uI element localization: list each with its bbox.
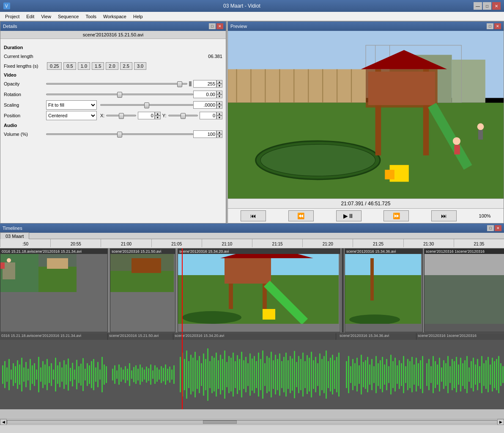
volume-down[interactable]: ▼ xyxy=(216,134,222,138)
svg-rect-164 xyxy=(226,362,227,387)
menu-project[interactable]: Project xyxy=(2,13,23,20)
opacity-up[interactable]: ▲ xyxy=(216,80,222,84)
svg-rect-261 xyxy=(439,358,440,392)
menu-workspace[interactable]: Workspace xyxy=(100,13,130,20)
pos-x-up[interactable]: ▲ xyxy=(155,112,161,116)
fixed-len-2.0[interactable]: 2.0 xyxy=(106,62,118,70)
svg-rect-77 xyxy=(34,363,35,386)
svg-rect-233 xyxy=(378,363,379,386)
fixed-len-0.25[interactable]: 0.25 xyxy=(47,62,62,70)
svg-rect-98 xyxy=(78,366,79,383)
svg-rect-282 xyxy=(483,363,485,386)
menu-sequence[interactable]: Sequence xyxy=(55,13,82,20)
fixed-len-1.0[interactable]: 1.0 xyxy=(78,62,90,70)
position-y-thumb[interactable] xyxy=(181,113,186,119)
svg-rect-186 xyxy=(273,360,274,389)
scroll-left-button[interactable]: ◀ xyxy=(0,419,7,425)
scaling-slider[interactable] xyxy=(100,101,193,109)
svg-rect-252 xyxy=(418,363,419,386)
fixed-len-3.0[interactable]: 3.0 xyxy=(134,62,146,70)
svg-rect-226 xyxy=(363,362,364,387)
svg-rect-224 xyxy=(359,365,360,384)
next-frame-button[interactable]: ⏩ xyxy=(383,210,409,221)
scaling-input[interactable] xyxy=(193,101,216,109)
details-maximize-button[interactable]: □ xyxy=(209,23,216,29)
ruler-mark-0: :50 xyxy=(0,239,50,247)
svg-rect-69 xyxy=(17,360,18,389)
menu-view[interactable]: View xyxy=(38,13,55,20)
opacity-input[interactable] xyxy=(193,80,216,88)
video-clip-5[interactable]: scene'20120316 1scene'20120316 xyxy=(424,248,504,332)
position-x-spin[interactable]: ▲ ▼ xyxy=(155,112,161,119)
svg-rect-173 xyxy=(245,357,247,392)
opacity-spin[interactable]: ▲ ▼ xyxy=(216,80,222,88)
preview-maximize-button[interactable]: □ xyxy=(487,23,493,29)
volume-slider[interactable] xyxy=(46,130,193,138)
svg-rect-272 xyxy=(462,363,463,386)
position-y-slider[interactable] xyxy=(168,112,198,119)
preview-close-button[interactable]: ✕ xyxy=(494,23,501,29)
opacity-thumb[interactable] xyxy=(177,81,182,87)
scrollbar-thumb[interactable] xyxy=(203,420,237,424)
play-pause-button[interactable]: ▶⏸ xyxy=(336,210,362,221)
position-y-input[interactable] xyxy=(200,112,216,119)
scaling-thumb[interactable] xyxy=(144,102,149,108)
opacity-slider[interactable] xyxy=(46,80,187,88)
prev-frame-button[interactable]: ⏪ xyxy=(288,210,314,221)
pos-x-down[interactable]: ▼ xyxy=(155,116,161,119)
volume-thumb[interactable] xyxy=(117,132,122,138)
timeline-horizontal-scrollbar[interactable]: ◀ ▶ xyxy=(0,419,504,425)
svg-rect-247 xyxy=(407,359,408,390)
scroll-right-button[interactable]: ▶ xyxy=(497,419,504,425)
details-close-button[interactable]: ✕ xyxy=(216,23,223,29)
rotation-slider[interactable] xyxy=(46,91,193,98)
video-clip-4[interactable]: scene'20120316 15.34.36.avi xyxy=(345,248,423,332)
fixed-len-1.5[interactable]: 1.5 xyxy=(92,62,104,70)
pos-y-down[interactable]: ▼ xyxy=(216,116,222,119)
timelines-maximize-button[interactable]: □ xyxy=(487,225,494,231)
timeline-tab-03maart[interactable]: 03 Maart xyxy=(0,232,29,240)
svg-rect-158 xyxy=(214,358,215,392)
skip-to-start-button[interactable]: ⏮ xyxy=(241,210,266,221)
volume-up[interactable]: ▲ xyxy=(216,130,222,134)
scaling-spin[interactable]: ▲ ▼ xyxy=(216,101,222,109)
opacity-down[interactable]: ▼ xyxy=(216,84,222,88)
pos-y-up[interactable]: ▲ xyxy=(216,112,222,116)
svg-rect-67 xyxy=(13,363,14,386)
timelines-close-button[interactable]: ✕ xyxy=(495,225,501,231)
fixed-len-0.5[interactable]: 0.5 xyxy=(63,62,76,70)
scaling-dropdown[interactable]: Fit to fill Fit to width Fit to height N… xyxy=(46,100,97,110)
svg-rect-129 xyxy=(148,368,149,381)
maximize-button[interactable]: □ xyxy=(483,2,491,10)
position-x-slider[interactable] xyxy=(106,112,136,119)
volume-input[interactable] xyxy=(193,130,216,138)
scaling-down[interactable]: ▼ xyxy=(216,105,222,109)
minimize-button[interactable]: — xyxy=(474,2,482,10)
menu-help[interactable]: Help xyxy=(130,13,146,20)
fixed-len-2.5[interactable]: 2.5 xyxy=(120,62,132,70)
svg-rect-92 xyxy=(66,364,67,385)
rotation-input[interactable] xyxy=(193,91,216,98)
scaling-up[interactable]: ▲ xyxy=(216,101,222,105)
position-dropdown[interactable]: Centered Top Left Custom xyxy=(46,111,97,120)
menu-edit[interactable]: Edit xyxy=(23,13,38,20)
scrollbar-track[interactable] xyxy=(7,420,497,424)
rotation-thumb[interactable] xyxy=(117,92,122,98)
video-clip-2[interactable]: scene'20120316 15.21.50.avi xyxy=(110,248,175,332)
position-y-spin[interactable]: ▲ ▼ xyxy=(216,112,222,119)
position-x-thumb[interactable] xyxy=(119,113,124,119)
svg-rect-234 xyxy=(380,360,381,389)
volume-spin[interactable]: ▲ ▼ xyxy=(216,130,222,138)
rotation-up[interactable]: ▲ xyxy=(216,91,222,94)
position-x-input[interactable] xyxy=(138,112,155,119)
video-clip-3[interactable]: scene'20120316 15.34.20.avi xyxy=(178,248,340,332)
video-clip-1[interactable]: 0316 15.21.18.aviscene'20120316 15.21.34… xyxy=(0,248,108,332)
svg-rect-94 xyxy=(70,368,71,381)
rotation-spin[interactable]: ▲ ▼ xyxy=(216,91,222,98)
playhead[interactable] xyxy=(182,248,183,332)
svg-rect-39 xyxy=(38,267,77,292)
close-button[interactable]: ✕ xyxy=(492,2,501,10)
rotation-down[interactable]: ▼ xyxy=(216,94,222,98)
menu-tools[interactable]: Tools xyxy=(82,13,100,20)
skip-to-end-button[interactable]: ⏭ xyxy=(431,210,457,221)
